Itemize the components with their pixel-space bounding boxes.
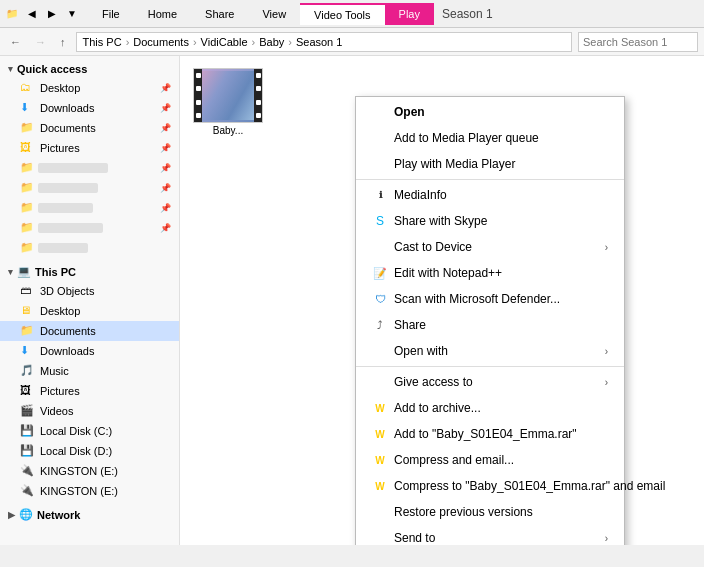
ctx-share[interactable]: ⤴ Share (356, 312, 624, 338)
sidebar-item-label: Music (40, 365, 69, 377)
skype-icon: S (372, 213, 388, 229)
sidebar-item-blurred-2[interactable]: 📁 📌 (0, 178, 179, 198)
ctx-notepad[interactable]: 📝 Edit with Notepad++ (356, 260, 624, 286)
ctx-label: MediaInfo (394, 188, 447, 202)
ctx-label: Add to Media Player queue (394, 131, 539, 145)
breadcrumb-vidicable[interactable]: VidiCable (201, 36, 248, 48)
sidebar-item-kingston2[interactable]: 🔌 KINGSTON (E:) (0, 481, 179, 501)
sidebar-item-blurred-3[interactable]: 📁 📌 (0, 198, 179, 218)
breadcrumb-docs[interactable]: Documents (133, 36, 189, 48)
address-bar: ← → ↑ This PC › Documents › VidiCable › … (0, 28, 704, 56)
pin-icon: 📌 (160, 123, 171, 133)
tab-file[interactable]: File (88, 3, 134, 25)
ctx-share-skype[interactable]: S Share with Skype (356, 208, 624, 234)
ctx-open[interactable]: Open (356, 99, 624, 125)
film-strip-left (194, 69, 202, 122)
queue-icon (372, 130, 388, 146)
window-title: Season 1 (442, 7, 493, 21)
sidebar-item-blurred-5[interactable]: 📁 (0, 238, 179, 258)
up-button[interactable]: ↑ (56, 34, 70, 50)
tab-view[interactable]: View (248, 3, 300, 25)
ctx-sep (356, 366, 624, 367)
film-hole (196, 113, 201, 118)
search-input[interactable] (578, 32, 698, 52)
tab-video-tools[interactable]: Video Tools (300, 3, 384, 25)
breadcrumb[interactable]: This PC › Documents › VidiCable › Baby ›… (76, 32, 573, 52)
sidebar-item-localc[interactable]: 💾 Local Disk (C:) (0, 421, 179, 441)
film-strip-right (254, 69, 262, 122)
film-hole (196, 100, 201, 105)
folder-icon: 📁 (4, 6, 20, 22)
cast-icon (372, 239, 388, 255)
sidebar-item-desktop-quick[interactable]: 🗂 Desktop 📌 (0, 78, 179, 98)
ctx-open-with[interactable]: Open with › (356, 338, 624, 364)
sidebar-item-downloads-quick[interactable]: ⬇ Downloads 📌 (0, 98, 179, 118)
folder-icon: 📁 (20, 221, 34, 235)
sidebar-item-pictures-quick[interactable]: 🖼 Pictures 📌 (0, 138, 179, 158)
sidebar-item-documents[interactable]: 📁 Documents (0, 321, 179, 341)
ctx-compress-email[interactable]: W Compress and email... (356, 447, 624, 473)
sidebar-item-pictures[interactable]: 🖼 Pictures (0, 381, 179, 401)
arrow-icon: › (605, 533, 608, 544)
drive-icon: 💾 (20, 424, 34, 438)
sidebar-item-documents-quick[interactable]: 📁 Documents 📌 (0, 118, 179, 138)
file-item[interactable]: Baby... (188, 64, 268, 140)
arrow-icon: › (605, 377, 608, 388)
computer-icon: 💻 (17, 265, 31, 278)
film-hole (256, 113, 261, 118)
film-hole (256, 86, 261, 91)
ctx-give-access[interactable]: Give access to › (356, 369, 624, 395)
ctx-add-queue[interactable]: Add to Media Player queue (356, 125, 624, 151)
sidebar-item-locald[interactable]: 💾 Local Disk (D:) (0, 441, 179, 461)
ctx-mediainfo[interactable]: ℹ MediaInfo (356, 182, 624, 208)
open-with-icon (372, 343, 388, 359)
folder-icon: 📁 (20, 241, 34, 255)
ctx-send-to[interactable]: Send to › (356, 525, 624, 545)
ctx-add-rar[interactable]: W Add to "Baby_S01E04_Emma.rar" (356, 421, 624, 447)
forward-button[interactable]: → (31, 34, 50, 50)
quick-access-header[interactable]: ▾ Quick access (0, 60, 179, 78)
winrar-icon: W (372, 426, 388, 442)
this-pc-header[interactable]: ▾ 💻 This PC (0, 262, 179, 281)
sidebar-item-blurred-4[interactable]: 📁 📌 (0, 218, 179, 238)
folder-icon: 🖼 (20, 141, 34, 155)
sidebar-item-desktop[interactable]: 🖥 Desktop (0, 301, 179, 321)
sidebar-item-music[interactable]: 🎵 Music (0, 361, 179, 381)
ctx-cast[interactable]: Cast to Device › (356, 234, 624, 260)
sidebar-item-blurred-1[interactable]: 📁 📌 (0, 158, 179, 178)
tab-home[interactable]: Home (134, 3, 191, 25)
sep3: › (252, 36, 256, 48)
back-button[interactable]: ← (6, 34, 25, 50)
ctx-play-media[interactable]: Play with Media Player (356, 151, 624, 177)
tab-play[interactable]: Play (385, 3, 434, 25)
network-header[interactable]: ▶ 🌐 Network (0, 505, 179, 524)
blurred-label (38, 183, 98, 193)
winrar-icon: W (372, 478, 388, 494)
breadcrumb-pc[interactable]: This PC (83, 36, 122, 48)
ctx-compress-rar-email[interactable]: W Compress to "Baby_S01E04_Emma.rar" and… (356, 473, 624, 499)
file-label: Baby... (192, 125, 264, 136)
3d-icon: 🗃 (20, 284, 34, 298)
breadcrumb-season[interactable]: Season 1 (296, 36, 342, 48)
ctx-add-archive[interactable]: W Add to archive... (356, 395, 624, 421)
breadcrumb-baby[interactable]: Baby (259, 36, 284, 48)
ctx-defender[interactable]: 🛡 Scan with Microsoft Defender... (356, 286, 624, 312)
sidebar-item-downloads[interactable]: ⬇ Downloads (0, 341, 179, 361)
sidebar-item-videos[interactable]: 🎬 Videos (0, 401, 179, 421)
blurred-label (38, 223, 103, 233)
sidebar-item-label: KINGSTON (E:) (40, 465, 118, 477)
pin-icon: 📌 (160, 83, 171, 93)
sidebar-item-label: Videos (40, 405, 73, 417)
restore-icon (372, 504, 388, 520)
tab-share[interactable]: Share (191, 3, 248, 25)
network-label: Network (37, 509, 80, 521)
ctx-label: Open (394, 105, 425, 119)
ctx-label: Share with Skype (394, 214, 487, 228)
ctx-restore[interactable]: Restore previous versions (356, 499, 624, 525)
drive-icon: 💾 (20, 444, 34, 458)
open-icon (372, 104, 388, 120)
defender-icon: 🛡 (372, 291, 388, 307)
sidebar-item-label: Pictures (40, 142, 80, 154)
sidebar-item-kingston1[interactable]: 🔌 KINGSTON (E:) (0, 461, 179, 481)
sidebar-item-3dobjects[interactable]: 🗃 3D Objects (0, 281, 179, 301)
